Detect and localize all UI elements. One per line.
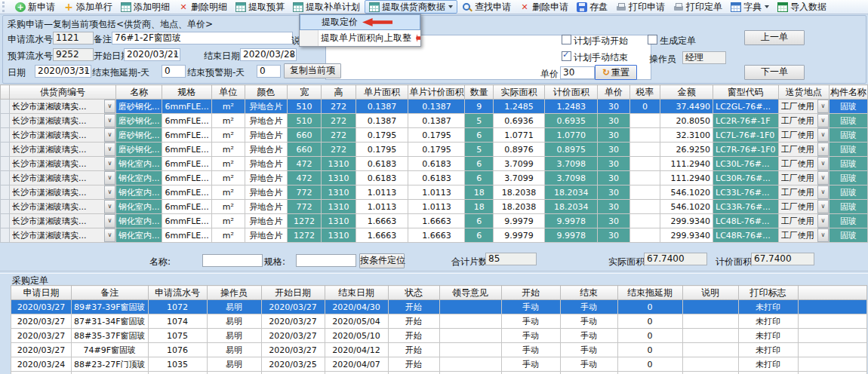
toolbar-button[interactable]: 打印定单 [669, 1, 726, 13]
table-cell[interactable]: 长沙市潇湘玻璃实...∨ [9, 228, 115, 243]
table-cell[interactable]: 长沙市潇湘玻璃实...∨ [9, 128, 115, 143]
column-header[interactable]: 金额 [660, 85, 713, 100]
column-header[interactable]: 状态 [388, 286, 439, 300]
budget-field[interactable]: 9252 [53, 48, 94, 61]
locate-by-condition-button[interactable]: 按条件定位 [359, 253, 405, 268]
chevron-down-icon[interactable]: ∨ [817, 143, 829, 156]
table-row[interactable]: 长沙市潇湘玻璃实...∨钢化室内...6mmFLE...m²异地合片127213… [1, 214, 868, 228]
column-header[interactable]: 申请流水号 [148, 286, 207, 300]
menu-item[interactable]: 提取单片面积向上取整 [300, 30, 420, 46]
column-header[interactable]: 领导意见 [439, 286, 501, 300]
column-header[interactable]: 构件名称 [829, 85, 867, 100]
toolbar-button[interactable]: 添加单行 [60, 1, 116, 13]
table-cell[interactable]: 工厂使用∨ [778, 171, 829, 185]
end-date-select[interactable]: 2020/03/28 [240, 48, 297, 61]
copy-current-button[interactable]: 复制当前项 [284, 63, 341, 78]
toolbar-button[interactable]: 添加明细 [117, 1, 174, 13]
table-cell[interactable]: 工厂使用∨ [778, 143, 829, 157]
chevron-down-icon[interactable]: ∨ [104, 143, 115, 156]
chevron-down-icon[interactable]: ∨ [104, 200, 115, 213]
toolbar-button[interactable]: 存盘 [573, 1, 611, 13]
column-header[interactable]: 打印标志 [738, 286, 798, 300]
table-row[interactable]: 2020/03/2788#35-37F窗固玻1075易明2020/03/2720… [11, 329, 867, 343]
column-header[interactable]: 单片计价面积 [408, 85, 465, 100]
toolbar-button[interactable]: 提取补单计划 [289, 1, 364, 13]
reset-button[interactable]: ↻ 重置 [595, 65, 637, 80]
toolbar-button[interactable]: 删除明细 [174, 1, 231, 13]
remark-field[interactable]: 76#1-2F窗固玻 [112, 32, 293, 44]
toolbar-button[interactable]: 提取预算 [232, 1, 288, 13]
column-header[interactable]: 规格 [162, 85, 211, 100]
column-header[interactable]: 计价面积 [545, 85, 598, 100]
column-header[interactable]: 实际面积 [493, 85, 544, 100]
table-row[interactable]: 长沙市潇湘玻璃实...∨磨砂钢化...6mmFLE...m²异地合片510272… [1, 114, 868, 128]
chevron-down-icon[interactable]: ∨ [104, 214, 115, 228]
chevron-down-icon[interactable]: ∨ [817, 114, 829, 127]
table-cell[interactable]: 长沙市潇湘玻璃实...∨ [9, 100, 115, 114]
table-row[interactable]: 长沙市潇湘玻璃实...∨钢化室内...6mmFLE...m²异地合片472131… [1, 171, 868, 185]
column-header[interactable]: 申请日期 [11, 286, 72, 300]
table-row[interactable]: 2020/03/2787#31-34F窗固玻1074易明2020/03/2720… [11, 314, 867, 329]
column-header[interactable]: 开始 [501, 286, 560, 300]
column-header[interactable]: 结束日期 [325, 286, 388, 300]
generate-order-checkbox[interactable] [648, 35, 657, 44]
toolbar-button[interactable]: 打印申请 [612, 1, 669, 13]
column-header[interactable] [1, 85, 10, 100]
table-row[interactable]: 长沙市潇湘玻璃实...∨钢化室内...6mmFLE...m²异地合片127213… [1, 228, 868, 243]
delay-field[interactable]: 0 [162, 65, 186, 78]
toolbar-button[interactable]: 字典 [727, 1, 773, 13]
chevron-down-icon[interactable]: ∨ [817, 200, 829, 213]
prev-order-button[interactable]: 上一单 [744, 30, 805, 45]
table-row[interactable]: 2020/03/2774#9F窗固玻1076易明2020/03/272020/0… [11, 343, 867, 357]
column-header[interactable]: 名称 [115, 85, 162, 100]
chevron-down-icon[interactable]: ∨ [817, 228, 829, 242]
table-cell[interactable]: 工厂使用∨ [778, 200, 829, 214]
table-row[interactable]: 2020/03/2789#37-39F窗固玻1072易明2020/03/2720… [11, 300, 867, 314]
table-cell[interactable]: 长沙市潇湘玻璃实...∨ [9, 157, 115, 171]
chevron-down-icon[interactable]: ∨ [817, 157, 829, 170]
toolbar-button[interactable]: 新申请 [11, 1, 59, 13]
filter-spec-input[interactable] [296, 254, 356, 267]
table-row[interactable] [11, 372, 867, 374]
table-cell[interactable]: 长沙市潇湘玻璃实...∨ [9, 185, 115, 200]
table-cell[interactable]: 工厂使用∨ [778, 214, 829, 228]
operator-field[interactable]: 经理 [682, 51, 726, 64]
table-cell[interactable]: 工厂使用∨ [778, 100, 829, 114]
toolbar-button[interactable]: 提取供货商数据 [365, 0, 457, 14]
column-header[interactable]: 操作员 [207, 286, 261, 300]
chevron-down-icon[interactable]: ∨ [817, 171, 829, 185]
table-cell[interactable]: 长沙市潇湘玻璃实...∨ [9, 114, 115, 128]
column-header[interactable]: 宽 [287, 85, 322, 100]
column-header[interactable] [798, 286, 866, 300]
chevron-down-icon[interactable]: ∨ [817, 100, 829, 113]
column-header[interactable]: 窗型代码 [713, 85, 778, 100]
column-header[interactable]: 单片面积 [356, 85, 408, 100]
table-cell[interactable]: 工厂使用∨ [778, 157, 829, 171]
table-row[interactable]: 长沙市潇湘玻璃实...∨磨砂钢化...6mmFLE...m²异地合片660272… [1, 128, 868, 143]
chevron-down-icon[interactable]: ∨ [104, 228, 115, 242]
start-date-select[interactable]: 2020/03/21 [124, 48, 180, 61]
chevron-down-icon[interactable]: ∨ [104, 114, 115, 127]
table-cell[interactable]: 工厂使用∨ [778, 128, 829, 143]
toolbar-button[interactable]: 导入数据 [774, 1, 830, 13]
column-header[interactable]: 高 [322, 85, 356, 100]
next-order-button[interactable]: 下一单 [744, 65, 805, 80]
chevron-down-icon[interactable]: ∨ [104, 171, 115, 185]
chevron-down-icon[interactable]: ∨ [104, 185, 115, 199]
table-row[interactable]: 长沙市潇湘玻璃实...∨钢化室内...6mmFLE...m²异地合片772131… [1, 185, 868, 200]
table-row[interactable]: 长沙市潇湘玻璃实...∨钢化室内...6mmFLE...m²异地合片772131… [1, 200, 868, 214]
chevron-down-icon[interactable]: ∨ [104, 100, 115, 113]
serial-field[interactable]: 1121 [53, 32, 94, 44]
table-cell[interactable]: 长沙市潇湘玻璃实...∨ [9, 171, 115, 185]
column-header[interactable]: 开始日期 [261, 286, 325, 300]
chevron-down-icon[interactable]: ∨ [817, 185, 829, 199]
table-cell[interactable]: 工厂使用∨ [778, 114, 829, 128]
manual-start-checkbox[interactable] [562, 35, 571, 44]
column-header[interactable]: 说明 [682, 286, 738, 300]
column-header[interactable]: 单位 [211, 85, 245, 100]
column-header[interactable]: 颜色 [245, 85, 287, 100]
table-row[interactable]: 长沙市潇湘玻璃实...∨钢化室内...6mmFLE...m²异地合片472131… [1, 157, 868, 171]
menu-item[interactable]: 提取定价 [300, 14, 420, 30]
chevron-down-icon[interactable]: ∨ [817, 214, 829, 228]
table-row[interactable]: 2020/03/2488#23-27F门顶玻1035易明2020/03/2520… [11, 357, 867, 372]
